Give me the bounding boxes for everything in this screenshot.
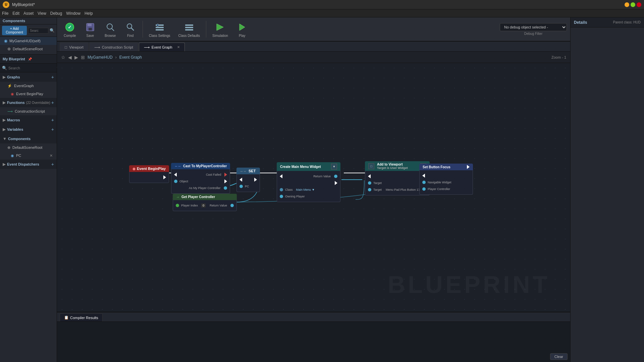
cast-failed-pin bbox=[224, 173, 227, 177]
event-graph-tab[interactable]: ⟶ Event Graph ✕ bbox=[139, 43, 185, 51]
set-focus-nav-label: Navigable Widget bbox=[428, 181, 451, 184]
cast-object-row: Object bbox=[171, 178, 230, 185]
blueprint-pin-icon: 📌 bbox=[28, 57, 32, 61]
bottom-panel: 📋 Compiler Results Clear bbox=[57, 312, 570, 362]
variables-add-btn[interactable]: + bbox=[51, 127, 54, 132]
set-focus-exec-in bbox=[422, 174, 425, 178]
cast-arrow-icon: ↔↔ bbox=[174, 164, 181, 168]
class-settings-button[interactable]: Class Settings bbox=[146, 20, 174, 39]
event-begin-play-label: Event BeginPlay bbox=[16, 92, 43, 96]
menu-help[interactable]: Help bbox=[85, 11, 93, 16]
components-section-header2[interactable]: ▼ Components bbox=[0, 134, 57, 143]
breadcrumb-forward[interactable]: ▶ bbox=[74, 55, 78, 60]
menu-window[interactable]: Window bbox=[66, 11, 80, 16]
component-search-input[interactable] bbox=[28, 28, 48, 34]
browse-button[interactable]: Browse bbox=[101, 20, 120, 39]
event-begin-play-node: ◉ Event BeginPlay bbox=[129, 165, 169, 183]
my-blueprint-title: My Blueprint bbox=[3, 57, 25, 61]
breadcrumb-back[interactable]: ◀ bbox=[68, 55, 72, 60]
svg-rect-3 bbox=[88, 23, 92, 26]
svg-line-6 bbox=[112, 28, 114, 31]
viewport-tab[interactable]: □ Viewport bbox=[60, 43, 89, 51]
simulation-button[interactable]: Simulation bbox=[209, 20, 231, 39]
find-button[interactable]: Find bbox=[121, 20, 140, 39]
compile-button[interactable]: ✓ Compile bbox=[60, 20, 79, 39]
find-icon bbox=[124, 21, 137, 33]
macros-add-btn[interactable]: + bbox=[51, 117, 54, 123]
default-scene-comp-item[interactable]: ⊕ DefaultSceneRoot bbox=[0, 143, 57, 152]
cast-to-controller-node: ↔↔ Cast To MyPlayerController Cast Faile… bbox=[171, 163, 230, 194]
left-panel: Components + Add Component 🔍 ◉ MyGameHUD… bbox=[0, 17, 57, 362]
variables-label: Variables bbox=[7, 127, 23, 131]
functions-section-header[interactable]: ▶ Functions (22 Overridable) + bbox=[0, 98, 57, 107]
cast-as-pin bbox=[224, 186, 227, 190]
blueprint-search-input[interactable] bbox=[8, 66, 55, 70]
tab-close-icon[interactable]: ✕ bbox=[177, 45, 180, 49]
find-label: Find bbox=[127, 34, 133, 38]
pc-comp-label: PC bbox=[16, 154, 21, 158]
toolbar-separator-1 bbox=[143, 21, 143, 38]
blueprint-canvas[interactable]: BLUEPRINT bbox=[57, 63, 570, 312]
menu-debug[interactable]: Debug bbox=[50, 11, 62, 16]
construction-icon: ⟶ bbox=[7, 109, 13, 114]
cast-as-row: As My Player Controller bbox=[171, 185, 230, 191]
construction-script-item[interactable]: ⟶ ConstructionScript bbox=[0, 107, 57, 115]
macros-section-header[interactable]: ▶ Macros + bbox=[0, 115, 57, 125]
play-button[interactable]: Play bbox=[233, 20, 252, 39]
viewport-target-label: Target bbox=[373, 181, 382, 185]
breadcrumb-root[interactable]: MyGameHUD bbox=[88, 55, 113, 60]
pc-comp-item[interactable]: ◉ PC ✕ bbox=[0, 152, 57, 160]
macros-label: Macros bbox=[7, 118, 20, 122]
widget-select-icon[interactable]: ▼ bbox=[331, 164, 337, 170]
class-defaults-button[interactable]: Class Defaults bbox=[175, 20, 203, 39]
cast-object-label: Object bbox=[179, 180, 188, 183]
menu-view[interactable]: View bbox=[38, 11, 46, 16]
create-exec-out bbox=[335, 181, 337, 185]
set-focus-exec-row bbox=[420, 172, 473, 179]
add-component-button[interactable]: + Add Component bbox=[2, 26, 27, 35]
breadcrumb-separator: › bbox=[115, 55, 117, 60]
default-scene-label: DefaultSceneRoot bbox=[13, 47, 43, 51]
construction-script-tab[interactable]: ⟶ Construction Script bbox=[89, 43, 138, 51]
search-icon-bp: 🔍 bbox=[2, 66, 7, 70]
mygamehud-self-item[interactable]: ◉ MyGameHUD(self) bbox=[0, 37, 57, 45]
compiler-results-icon: 📋 bbox=[64, 315, 69, 320]
breadcrumb-star[interactable]: ☆ bbox=[61, 55, 65, 60]
event-exec-out-row bbox=[129, 174, 169, 181]
menu-asset[interactable]: Asset bbox=[23, 11, 34, 16]
svg-rect-14 bbox=[185, 27, 193, 28]
set-focus-nav-row: Navigable Widget bbox=[420, 179, 473, 186]
event-graph-item[interactable]: ⚡ EventGraph bbox=[0, 82, 57, 90]
create-class-value: Main Menu ▼ bbox=[296, 188, 315, 191]
svg-line-8 bbox=[131, 28, 134, 31]
create-class-pin bbox=[280, 188, 283, 191]
graphs-section-header[interactable]: ▶ Graphs + bbox=[0, 72, 57, 82]
set-focus-pc-label: Player Controller bbox=[428, 187, 450, 191]
class-settings-label: Class Settings bbox=[149, 34, 170, 38]
viewport-target-2-label: Target bbox=[373, 188, 382, 191]
variables-section-header[interactable]: ▶ Variables + bbox=[0, 125, 57, 134]
functions-add-btn[interactable]: + bbox=[51, 100, 54, 105]
breadcrumb-current[interactable]: Event Graph bbox=[119, 55, 142, 60]
event-begin-play-header: ◉ Event BeginPlay bbox=[129, 165, 169, 172]
maximize-btn[interactable] bbox=[631, 2, 635, 7]
default-scene-comp-label: DefaultSceneRoot bbox=[12, 145, 42, 149]
clear-button[interactable]: Clear bbox=[550, 353, 568, 360]
minimize-btn[interactable] bbox=[625, 2, 629, 7]
event-begin-play-item[interactable]: ◉ Event BeginPlay bbox=[0, 90, 57, 98]
get-pc-player-index-label: Player Index bbox=[181, 204, 198, 207]
close-btn[interactable] bbox=[637, 2, 641, 7]
class-defaults-label: Class Defaults bbox=[178, 34, 200, 38]
save-button[interactable]: Save bbox=[81, 20, 100, 39]
debug-filter-select[interactable]: No debug object selected - bbox=[500, 23, 567, 31]
event-dispatchers-header[interactable]: ▶ Event Dispatchers + bbox=[0, 160, 57, 169]
compiler-results-tab[interactable]: 📋 Compiler Results bbox=[60, 313, 103, 321]
get-pc-return-pin bbox=[230, 204, 234, 207]
default-scene-item[interactable]: ⊕ DefaultSceneRoot bbox=[0, 45, 57, 53]
graphs-add-btn[interactable]: + bbox=[51, 74, 54, 80]
pc-remove-icon[interactable]: ✕ bbox=[50, 154, 53, 158]
menu-file[interactable]: File bbox=[2, 11, 8, 16]
event-dispatchers-add-btn[interactable]: + bbox=[51, 162, 54, 167]
components-chevron: ▼ bbox=[3, 136, 7, 141]
menu-edit[interactable]: Edit bbox=[12, 11, 19, 16]
